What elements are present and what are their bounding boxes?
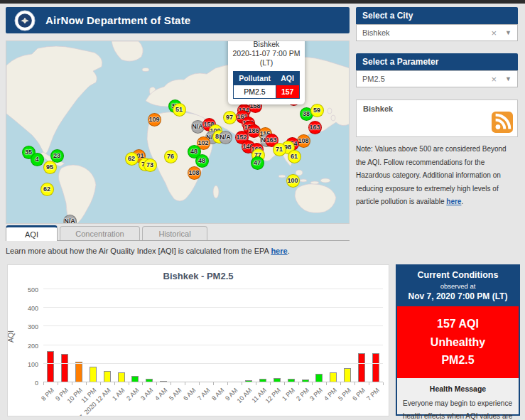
- city-select[interactable]: Bishkek × ▼: [356, 24, 518, 41]
- popup-pollutant-value: PM2.5: [234, 85, 276, 99]
- chart-title: Bishkek - PM2.5: [8, 271, 389, 281]
- aqi-marker-61[interactable]: 61: [288, 150, 301, 163]
- aqi-marker-51[interactable]: 51: [173, 103, 186, 117]
- chart-bar-4-pm[interactable]: [330, 372, 337, 382]
- bar-slot: [129, 289, 143, 382]
- aqi-marker-97[interactable]: 97: [223, 111, 237, 124]
- current-conditions-header: Current Conditions observed at Nov 7, 20…: [397, 266, 519, 306]
- chevron-down-icon[interactable]: ▼: [501, 75, 512, 82]
- y-tick-400: 400: [28, 305, 38, 312]
- bar-slot: [114, 289, 129, 382]
- y-tick-200: 200: [28, 343, 38, 350]
- popup-table: Pollutant AQI PM2.5 157: [233, 71, 300, 99]
- x-axis-tick: [72, 382, 72, 385]
- x-axis-tick: [298, 382, 299, 385]
- x-axis-tick: [86, 382, 87, 385]
- sidebar: Select a City Bishkek × ▼ Select a Param…: [356, 7, 518, 209]
- aqi-marker-76[interactable]: 76: [164, 150, 178, 163]
- chart-bar-nov-07-2020-12-am[interactable]: [104, 371, 111, 383]
- tab-aqi[interactable]: AQI: [6, 225, 58, 241]
- chart-bar-8-pm[interactable]: [47, 351, 54, 382]
- x-axis-tick: [129, 382, 129, 385]
- bar-slot: [185, 289, 199, 382]
- popup-timezone: (LT): [228, 58, 305, 68]
- observed-at-label: observed at: [400, 282, 516, 290]
- chart-bar-7-pm[interactable]: [372, 353, 379, 382]
- popup-datetime: 2020-11-07 7:00 PM: [228, 49, 305, 58]
- y-tick-100: 100: [28, 361, 38, 368]
- aqi-marker-62[interactable]: 62: [40, 183, 54, 196]
- aqi-marker-71[interactable]: 71: [273, 143, 286, 156]
- gridline-200: [43, 345, 383, 345]
- bar-slot: [369, 289, 383, 382]
- bar-slot: [156, 289, 171, 382]
- epa-here-link[interactable]: here: [271, 247, 287, 255]
- bar-slot: [242, 289, 256, 382]
- aqi-marker-47[interactable]: 47: [251, 156, 264, 170]
- chart-bar-5-pm[interactable]: [344, 368, 351, 382]
- rss-feed-box: Bishkek: [356, 99, 518, 137]
- health-message-title: Health Message: [403, 384, 513, 393]
- x-axis-tick: [284, 382, 285, 385]
- aqi-marker-na[interactable]: N/A: [219, 131, 232, 144]
- chart-x-ticks: [43, 382, 383, 386]
- x-axis-tick: [156, 382, 157, 385]
- chart-bar-1-am[interactable]: [118, 372, 125, 382]
- aqi-marker-59[interactable]: 59: [310, 104, 324, 117]
- city-panel: Select a City Bishkek × ▼: [356, 7, 518, 41]
- popup-aqi-value: 157: [276, 85, 299, 99]
- current-aqi-pollutant: PM2.5: [400, 351, 516, 370]
- current-conditions-title: Current Conditions: [400, 270, 516, 280]
- x-axis-tick: [326, 382, 327, 385]
- bar-slot: [72, 289, 86, 382]
- clear-parameter-icon[interactable]: ×: [487, 75, 501, 84]
- bar-slot: [142, 289, 156, 382]
- bar-slot: [298, 289, 313, 382]
- app-header: AirNow Department of State: [6, 7, 350, 33]
- aqi-marker-109[interactable]: 109: [148, 113, 161, 126]
- aqi-marker-73[interactable]: 73: [144, 158, 157, 172]
- chart-x-labels: 8 PM9 PM10 PM11 PMNov 07, 2020 12 AM1 AM…: [43, 387, 383, 416]
- bar-slot: [199, 289, 213, 382]
- x-label-slot: 4 PM: [326, 387, 340, 416]
- parameter-select[interactable]: PM2.5 × ▼: [356, 70, 518, 87]
- world-map[interactable]: 354239562N/A3551109N/A15897100N/A89N/A10…: [6, 41, 350, 224]
- aqi-marker-48[interactable]: 48: [195, 154, 209, 168]
- note-here-link[interactable]: here: [446, 198, 461, 205]
- x-axis-tick: [114, 382, 115, 385]
- aqi-marker-62[interactable]: 62: [125, 152, 139, 166]
- city-panel-title: Select a City: [356, 7, 518, 24]
- chart-bar-6-pm[interactable]: [358, 353, 365, 382]
- tab-concentration[interactable]: Concentration: [60, 226, 140, 240]
- clear-city-icon[interactable]: ×: [487, 28, 501, 38]
- x-label-slot: 4 AM: [156, 387, 171, 416]
- x-label-slot: 3 PM: [313, 387, 327, 416]
- chart-bars: [43, 289, 383, 382]
- aqi-marker-95[interactable]: 95: [43, 161, 57, 174]
- bar-slot: [326, 289, 340, 382]
- aqi-marker-108[interactable]: 108: [188, 166, 201, 180]
- rss-icon[interactable]: [492, 112, 513, 133]
- x-label-slot: 7 AM: [199, 387, 213, 416]
- popup-col-aqi: AQI: [276, 72, 299, 85]
- aqi-marker-4[interactable]: 4: [31, 153, 44, 166]
- chart-bar-11-pm[interactable]: [90, 367, 97, 382]
- bar-slot: [284, 289, 298, 382]
- bar-slot: [171, 289, 185, 382]
- aqi-marker-163[interactable]: 163: [308, 121, 322, 134]
- tab-historical[interactable]: Historical: [142, 226, 207, 240]
- chart-bar-10-pm[interactable]: [75, 362, 82, 382]
- bar-slot: [340, 289, 354, 382]
- chevron-down-icon[interactable]: ▼: [501, 29, 512, 36]
- chart-bar-9-pm[interactable]: [61, 354, 68, 382]
- health-message-text: Everyone may begin to experience health …: [403, 397, 513, 420]
- aqi-marker-100[interactable]: 100: [286, 174, 300, 188]
- bar-slot: [58, 289, 72, 382]
- x-label-slot: 2 PM: [298, 387, 313, 416]
- x-axis-tick: [256, 382, 256, 385]
- parameter-select-value: PM2.5: [362, 75, 487, 83]
- aqi-note-text: Note: Values above 500 are considered Be…: [356, 145, 507, 205]
- x-label-slot: 1 PM: [284, 387, 298, 416]
- aqi-marker-na[interactable]: N/A: [63, 215, 77, 225]
- x-axis-tick: [369, 382, 369, 385]
